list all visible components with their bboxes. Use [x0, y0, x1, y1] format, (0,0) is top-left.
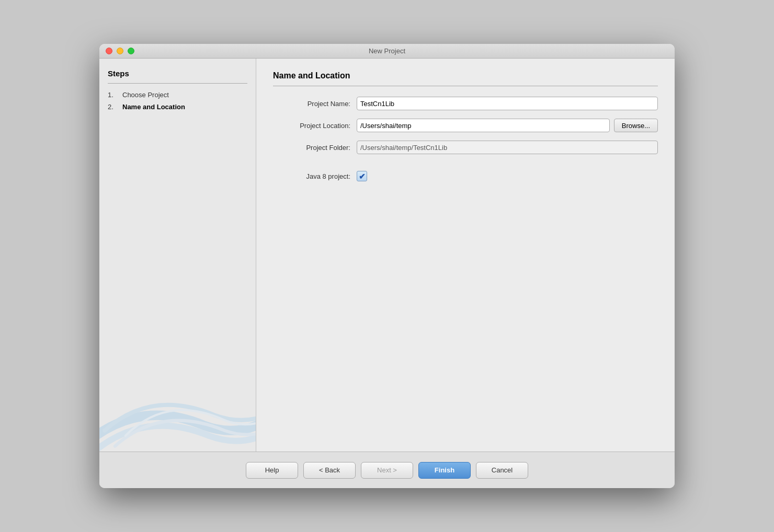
minimize-window-button[interactable] [117, 48, 123, 54]
project-folder-input[interactable] [357, 141, 658, 154]
project-folder-label: Project Folder: [273, 144, 357, 152]
java8-row: Java 8 project: ✔ [273, 171, 658, 181]
project-name-label: Project Name: [273, 100, 357, 108]
main-content: Name and Location Project Name: Project … [256, 59, 675, 452]
project-folder-row: Project Folder: [273, 141, 658, 154]
browse-button[interactable]: Browse... [614, 119, 658, 132]
dialog-window: New Project Steps 1. Choose Project 2. N… [99, 44, 675, 488]
step-1-number: 1. [108, 91, 118, 99]
project-name-row: Project Name: [273, 97, 658, 110]
checkmark-icon: ✔ [359, 172, 366, 180]
steps-heading: Steps [108, 69, 247, 84]
close-window-button[interactable] [106, 48, 112, 54]
dialog-footer: Help < Back Next > Finish Cancel [99, 452, 675, 488]
sidebar-decoration [99, 347, 256, 452]
step-1-item: 1. Choose Project [108, 91, 247, 99]
java8-label: Java 8 project: [273, 172, 357, 180]
cancel-button[interactable]: Cancel [476, 462, 528, 479]
window-title: New Project [369, 47, 405, 55]
project-location-row: Project Location: Browse... [273, 119, 658, 132]
java8-checkbox[interactable]: ✔ [357, 171, 367, 181]
back-button[interactable]: < Back [303, 462, 356, 479]
decoration-svg [99, 347, 256, 452]
step-2-number: 2. [108, 103, 118, 111]
project-location-input[interactable] [357, 119, 610, 132]
step-1-label: Choose Project [122, 91, 169, 99]
section-title: Name and Location [273, 71, 658, 86]
maximize-window-button[interactable] [128, 48, 134, 54]
project-location-label: Project Location: [273, 122, 357, 130]
next-button[interactable]: Next > [361, 462, 413, 479]
step-2-label: Name and Location [122, 103, 185, 111]
window-controls [106, 48, 134, 54]
title-bar: New Project [99, 44, 675, 59]
project-name-input[interactable] [357, 97, 658, 110]
java8-checkbox-wrapper: ✔ [357, 171, 367, 181]
dialog-body: Steps 1. Choose Project 2. Name and Loca… [99, 59, 675, 452]
help-button[interactable]: Help [246, 462, 298, 479]
step-2-item: 2. Name and Location [108, 103, 247, 111]
sidebar: Steps 1. Choose Project 2. Name and Loca… [99, 59, 256, 452]
finish-button[interactable]: Finish [418, 462, 471, 479]
